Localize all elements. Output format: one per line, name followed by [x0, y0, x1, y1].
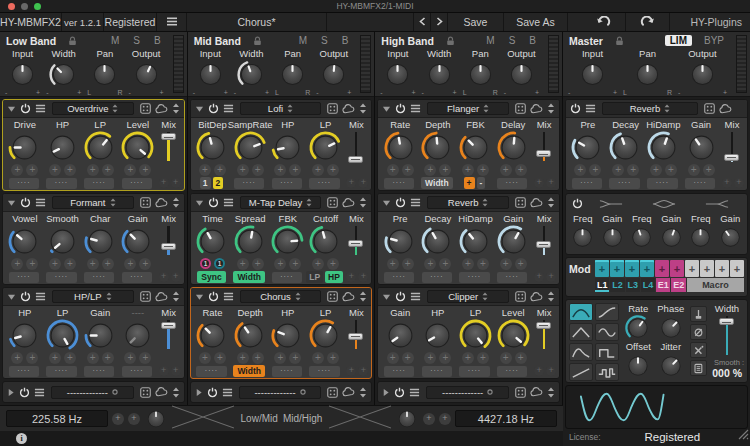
- mod-slot-add-button-7[interactable]: +: [700, 260, 714, 277]
- master-byp-button[interactable]: BYP: [702, 35, 726, 46]
- high-band-m-button[interactable]: M: [484, 35, 496, 46]
- formant-smooth-knob[interactable]: [45, 224, 80, 259]
- m-tap-delay-mod-add-button[interactable]: +: [237, 258, 249, 270]
- low-band-output-knob[interactable]: [131, 59, 162, 90]
- formant-char-knob[interactable]: [83, 224, 118, 259]
- chorus-rate-knob[interactable]: [195, 318, 230, 353]
- hp-lp-extra-add-button[interactable]: +: [171, 366, 181, 376]
- clipper-mod-add-button[interactable]: +: [439, 352, 451, 364]
- low-band-s-button[interactable]: S: [131, 35, 142, 46]
- chorus-option-button-0[interactable]: ····: [196, 366, 226, 377]
- flanger-collapse-button[interactable]: [382, 105, 391, 113]
- flanger-item-button[interactable]: +: [464, 177, 475, 189]
- reverb-mod-add-button[interactable]: +: [477, 258, 489, 270]
- hp-lp-lp-knob[interactable]: [45, 318, 80, 353]
- reverb-mod-add-button[interactable]: +: [688, 164, 700, 176]
- m-tap-delay-tap-badge-0[interactable]: 1: [200, 258, 211, 269]
- lowmid-crossover-knob[interactable]: [144, 407, 168, 431]
- m-tap-delay-collapse-button[interactable]: [195, 199, 204, 207]
- overdrive-randomize-button[interactable]: [140, 103, 151, 114]
- hp-lp-mod-add-button[interactable]: +: [102, 352, 114, 364]
- lofi-hp-knob[interactable]: [270, 130, 305, 165]
- mid-band-empty-move-button[interactable]: [359, 387, 367, 398]
- sine-wave-button[interactable]: [595, 323, 619, 341]
- clipper-mod-add-button[interactable]: +: [515, 352, 527, 364]
- flanger-item-button[interactable]: -: [477, 177, 486, 189]
- hp-lp-mod-add-button[interactable]: +: [26, 352, 38, 364]
- clipper-mod-add-button[interactable]: +: [477, 352, 489, 364]
- clipper-option-button-3[interactable]: ····: [497, 366, 527, 377]
- overdrive-option-button-3[interactable]: ····: [122, 178, 152, 189]
- resize-grip[interactable]: [737, 426, 749, 444]
- clipper-mix-slider[interactable]: [535, 318, 553, 351]
- m-tap-delay-power-button[interactable]: [208, 197, 219, 208]
- hp-lp-mod-add-button[interactable]: +: [64, 352, 76, 364]
- eq-band-0-freq-knob[interactable]: [569, 224, 596, 251]
- formant-selector[interactable]: Formant: [52, 196, 134, 209]
- formant-mod-add-button[interactable]: +: [102, 258, 114, 270]
- overdrive-option-button-1[interactable]: ····: [46, 178, 76, 189]
- chorus-preset-cloud-button[interactable]: [342, 292, 355, 302]
- hp-lp-extra-add-button[interactable]: +: [159, 366, 169, 376]
- overdrive-option-button-2[interactable]: ····: [84, 178, 114, 189]
- flanger-mod-add-button[interactable]: +: [500, 164, 512, 176]
- zoom-window-button[interactable]: [34, 3, 41, 10]
- lofi-mod-add-button[interactable]: +: [252, 164, 264, 176]
- formant-menu-button[interactable]: [35, 198, 46, 207]
- midhigh-decrement-button[interactable]: +: [423, 413, 435, 425]
- reverb-mod-add-button[interactable]: +: [574, 164, 586, 176]
- reverb-mod-add-button[interactable]: +: [515, 258, 527, 270]
- mid-band-width-knob[interactable]: [236, 59, 267, 90]
- mod-slot-add-button-6[interactable]: +: [685, 260, 699, 277]
- chorus-randomize-button[interactable]: [327, 291, 338, 302]
- flanger-rate-knob[interactable]: [383, 130, 418, 165]
- hp-lp-power-button[interactable]: [20, 291, 31, 302]
- low-band-b-button[interactable]: B: [152, 35, 163, 46]
- midhigh-frequency-display[interactable]: 4427.18 Hz: [455, 410, 557, 427]
- eq-band-2-freq-knob[interactable]: [628, 224, 655, 251]
- flanger-mod-add-button[interactable]: +: [402, 164, 414, 176]
- reverb-mod-add-button[interactable]: +: [703, 164, 715, 176]
- flanger-option-button-3[interactable]: ····: [497, 178, 527, 189]
- hp-lp-mod-add-button[interactable]: +: [87, 352, 99, 364]
- clipper-power-button[interactable]: [395, 291, 406, 302]
- low-band-empty-randomize-button[interactable]: [140, 387, 151, 398]
- lofi-option-button-2[interactable]: ····: [272, 178, 302, 189]
- overdrive-extra-add-button[interactable]: +: [159, 178, 169, 188]
- m-tap-delay-lp-button[interactable]: LP: [306, 271, 323, 283]
- m-tap-delay-time-knob[interactable]: [195, 224, 230, 259]
- eq-band-4-freq-knob[interactable]: [687, 224, 714, 251]
- mod-slot-add-button-1[interactable]: +: [610, 260, 624, 277]
- hp-lp-gain-knob[interactable]: [83, 318, 118, 353]
- reverb-mod-add-button[interactable]: +: [387, 258, 399, 270]
- lofi-samprate-knob[interactable]: [233, 130, 268, 165]
- midhigh-crossover-knob[interactable]: [395, 407, 419, 431]
- flanger-depth-knob[interactable]: [420, 130, 455, 165]
- eq-band-1-gain-knob[interactable]: [599, 224, 626, 251]
- formant-option-button-0[interactable]: ····: [9, 272, 39, 283]
- undo-button[interactable]: [582, 13, 626, 31]
- master-lim-button[interactable]: LIM: [665, 35, 692, 46]
- mid-band-m-button[interactable]: M: [297, 35, 309, 46]
- reverb-selector[interactable]: Reverb: [427, 196, 509, 209]
- lfo-phase-knob[interactable]: [657, 314, 685, 342]
- flanger-selector[interactable]: Flanger: [427, 102, 509, 115]
- formant-extra-add-button[interactable]: +: [171, 272, 181, 282]
- m-tap-delay-menu-button[interactable]: [223, 198, 234, 207]
- lofi-mod-add-button[interactable]: +: [274, 164, 286, 176]
- hp-lp-option-button-1[interactable]: ····: [46, 366, 76, 377]
- reverb-extra-add-button[interactable]: +: [546, 272, 556, 282]
- triangle-wave-button[interactable]: [569, 323, 593, 341]
- m-tap-delay-selector[interactable]: M-Tap Delay: [240, 196, 322, 209]
- low-band-empty-selector[interactable]: -------------: [51, 386, 134, 399]
- flanger-menu-button[interactable]: [410, 104, 421, 113]
- close-window-button[interactable]: [8, 3, 15, 10]
- hp-lp-option-button-0[interactable]: ····: [9, 366, 39, 377]
- reverb-preset-cloud-button[interactable]: [719, 104, 732, 114]
- m-tap-delay-move-button[interactable]: [359, 197, 367, 208]
- mod-slot-add-button-9[interactable]: +: [730, 260, 744, 277]
- high-band-empty-menu-button[interactable]: [409, 388, 420, 397]
- lofi-mod-add-button[interactable]: +: [289, 164, 301, 176]
- reverb-mod-add-button[interactable]: +: [627, 164, 639, 176]
- preset-selector[interactable]: Chorus*: [187, 13, 327, 31]
